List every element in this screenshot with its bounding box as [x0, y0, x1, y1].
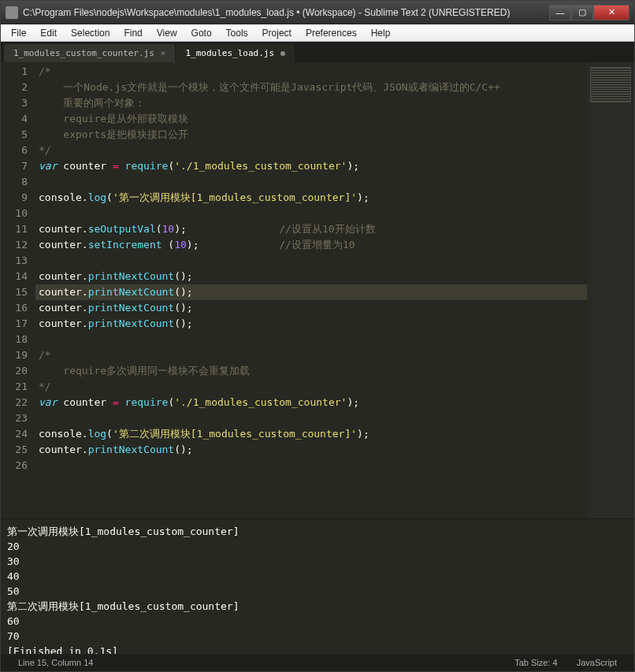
tab-1_modules_custom_counter-js[interactable]: 1_modules_custom_counter.js×: [4, 44, 175, 62]
code-line[interactable]: counter.seOutputVal(10); //设置从10开始计数: [35, 221, 587, 237]
tabbar: 1_modules_custom_counter.js×1_modules_lo…: [1, 42, 634, 62]
line-number[interactable]: 18: [1, 332, 28, 347]
menubar: FileEditSelectionFindViewGotoToolsProjec…: [1, 24, 634, 42]
code-line[interactable]: [35, 410, 587, 426]
code-line[interactable]: counter.printNextCount();: [35, 300, 587, 316]
code-line[interactable]: */: [35, 143, 587, 158]
menu-selection[interactable]: Selection: [64, 26, 117, 40]
line-number[interactable]: 15: [1, 284, 28, 300]
line-number[interactable]: 22: [1, 395, 28, 410]
line-number[interactable]: 2: [1, 80, 28, 95]
line-number[interactable]: 16: [1, 300, 28, 316]
line-number[interactable]: 19: [1, 347, 28, 363]
line-number[interactable]: 5: [1, 127, 28, 143]
line-number[interactable]: 26: [1, 458, 28, 473]
dirty-indicator-icon: [280, 51, 285, 56]
menu-file[interactable]: File: [4, 26, 33, 40]
code-line[interactable]: var counter = require('./1_modules_custo…: [35, 395, 587, 410]
code-line[interactable]: console.log('第二次调用模块[1_modules_custom_co…: [35, 426, 587, 442]
line-number[interactable]: 17: [1, 316, 28, 332]
code-line[interactable]: require是从外部获取模块: [35, 111, 587, 127]
code-line[interactable]: counter.printNextCount();: [35, 269, 587, 284]
minimize-button[interactable]: —: [549, 5, 571, 20]
code-line[interactable]: var counter = require('./1_modules_custo…: [35, 158, 587, 174]
editor: 1234567891011121314151617181920212223242…: [1, 62, 634, 518]
code-line[interactable]: counter.printNextCount();: [35, 316, 587, 332]
line-number[interactable]: 3: [1, 95, 28, 111]
code-line[interactable]: counter.printNextCount();: [35, 442, 587, 458]
code-line[interactable]: [35, 332, 587, 347]
line-number[interactable]: 6: [1, 143, 28, 158]
menu-view[interactable]: View: [150, 26, 184, 40]
status-tabsize[interactable]: Tab Size: 4: [505, 658, 566, 667]
line-number[interactable]: 10: [1, 206, 28, 221]
line-number[interactable]: 25: [1, 442, 28, 458]
gutter: 1234567891011121314151617181920212223242…: [1, 62, 35, 518]
code-area[interactable]: /* 一个Node.js文件就是一个模块，这个文件可能是Javascript代码…: [35, 62, 587, 518]
window-controls: — ▢ ✕: [549, 5, 629, 20]
window-title: C:\Program Files\nodejs\Workspace\module…: [23, 7, 549, 18]
line-number[interactable]: 12: [1, 237, 28, 253]
code-line[interactable]: [35, 458, 587, 473]
tab-label: 1_modules_custom_counter.js: [13, 48, 154, 58]
minimap[interactable]: [587, 62, 634, 518]
line-number[interactable]: 23: [1, 410, 28, 426]
line-number[interactable]: 13: [1, 253, 28, 269]
code-line[interactable]: */: [35, 379, 587, 395]
app-window: C:\Program Files\nodejs\Workspace\module…: [0, 0, 635, 672]
statusbar: Line 15, Column 14 Tab Size: 4 JavaScrip…: [1, 654, 634, 671]
app-icon: [6, 6, 18, 19]
tab-label: 1_modules_load.js: [185, 48, 274, 58]
line-number[interactable]: 8: [1, 174, 28, 190]
titlebar[interactable]: C:\Program Files\nodejs\Workspace\module…: [1, 1, 634, 24]
code-line[interactable]: console.log('第一次调用模块[1_modules_custom_co…: [35, 190, 587, 206]
build-output-panel[interactable]: 第一次调用模块[1_modules_custom_counter] 20 30 …: [1, 518, 634, 654]
line-number[interactable]: 1: [1, 64, 28, 80]
code-line[interactable]: [35, 206, 587, 221]
code-line[interactable]: 重要的两个对象：: [35, 95, 587, 111]
code-line[interactable]: exports是把模块接口公开: [35, 127, 587, 143]
line-number[interactable]: 21: [1, 379, 28, 395]
line-number[interactable]: 24: [1, 426, 28, 442]
menu-edit[interactable]: Edit: [33, 26, 64, 40]
status-syntax[interactable]: JavaScript: [567, 658, 626, 667]
minimap-preview: [590, 67, 631, 102]
code-line[interactable]: [35, 174, 587, 190]
line-number[interactable]: 9: [1, 190, 28, 206]
status-cursor[interactable]: Line 15, Column 14: [9, 658, 102, 667]
line-number[interactable]: 14: [1, 269, 28, 284]
menu-find[interactable]: Find: [117, 26, 149, 40]
menu-preferences[interactable]: Preferences: [299, 26, 364, 40]
menu-project[interactable]: Project: [255, 26, 299, 40]
code-line[interactable]: [35, 253, 587, 269]
maximize-button[interactable]: ▢: [571, 5, 593, 20]
code-line[interactable]: counter.printNextCount();: [35, 284, 587, 300]
menu-tools[interactable]: Tools: [219, 26, 255, 40]
close-icon[interactable]: ×: [161, 48, 166, 58]
line-number[interactable]: 7: [1, 158, 28, 174]
menu-goto[interactable]: Goto: [184, 26, 219, 40]
code-line[interactable]: 一个Node.js文件就是一个模块，这个文件可能是Javascript代码、JS…: [35, 80, 587, 95]
line-number[interactable]: 11: [1, 221, 28, 237]
line-number[interactable]: 20: [1, 363, 28, 379]
menu-help[interactable]: Help: [364, 26, 398, 40]
code-line[interactable]: /*: [35, 64, 587, 80]
line-number[interactable]: 4: [1, 111, 28, 127]
code-line[interactable]: counter.setIncrement (10); //设置增量为10: [35, 237, 587, 253]
code-line[interactable]: require多次调用同一模块不会重复加载: [35, 363, 587, 379]
tab-1_modules_load-js[interactable]: 1_modules_load.js: [176, 44, 295, 62]
close-button[interactable]: ✕: [593, 5, 629, 20]
code-line[interactable]: /*: [35, 347, 587, 363]
